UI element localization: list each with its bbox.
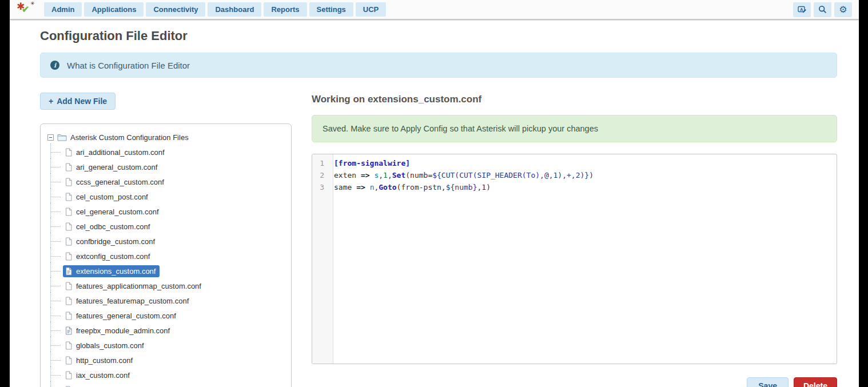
tree-item[interactable]: features_applicationmap_custom.conf	[63, 280, 205, 292]
save-success-text: Saved. Make sure to Apply Config so that…	[322, 124, 598, 133]
nav-tab-reports[interactable]: Reports	[264, 2, 306, 17]
tree-item[interactable]: ari_additional_custom.conf	[63, 146, 169, 158]
language-icon: A	[798, 6, 807, 14]
info-icon: i	[50, 61, 59, 70]
tree-item-label: iax_custom.conf	[76, 371, 130, 380]
tree-root-row: Asterisk Custom Configuration Files	[47, 131, 285, 143]
logo-spark-icon: ✳	[30, 1, 35, 6]
tree-row: cel_general_custom.conf	[50, 204, 285, 219]
tree-row: extensions_custom.conf	[50, 264, 285, 278]
tree-item[interactable]: freepbx_module_admin.conf	[63, 325, 174, 337]
file-icon	[65, 193, 73, 201]
file-icon	[65, 282, 73, 290]
svg-text:A: A	[800, 7, 803, 12]
tree-row: ari_additional_custom.conf	[50, 145, 285, 159]
freepbx-logo[interactable]: ✱ ✔ ✳	[17, 2, 37, 18]
tree-item[interactable]: iax_custom_post.conf	[63, 384, 152, 387]
file-text-icon	[65, 267, 73, 276]
file-icon	[65, 371, 73, 380]
info-banner-text: What is Configuration File Editor	[67, 61, 190, 70]
tree-item[interactable]: http_custom.conf	[63, 354, 137, 366]
code-line: 3same => n,Goto(from-pstn,${numb},1)	[312, 181, 837, 193]
tree-row: globals_custom.conf	[50, 338, 285, 353]
tree-item[interactable]: cel_odbc_custom.conf	[63, 221, 154, 233]
nav-tab-ucp[interactable]: UCP	[356, 2, 386, 17]
editor-column: Working on extensions_custom.conf Saved.…	[312, 93, 837, 387]
tree-item-label: confbridge_custom.conf	[76, 237, 155, 246]
tree-item-label: ari_general_custom.conf	[76, 163, 157, 171]
line-number: 1	[312, 157, 329, 169]
gear-icon: ⚙	[839, 4, 847, 15]
tree-item-label: freepbx_module_admin.conf	[76, 326, 170, 335]
tree-item[interactable]: confbridge_custom.conf	[63, 236, 159, 248]
nav-tab-applications[interactable]: Applications	[84, 2, 144, 17]
tree-item[interactable]: ccss_general_custom.conf	[63, 176, 168, 188]
code-line: 1[from-signalwire]	[312, 157, 837, 169]
tree-item-label: cel_odbc_custom.conf	[76, 222, 150, 231]
delete-button[interactable]: Delete	[794, 377, 837, 387]
tree-item[interactable]: features_featuremap_custom.conf	[63, 295, 193, 307]
tree-row: ccss_general_custom.conf	[50, 174, 285, 189]
collapse-expander-icon[interactable]	[47, 134, 54, 141]
tree-item[interactable]: iax_custom.conf	[63, 369, 134, 381]
file-text-icon	[65, 326, 73, 335]
add-new-file-label: Add New File	[57, 97, 107, 106]
file-icon	[65, 356, 73, 365]
tree-row: cel_odbc_custom.conf	[50, 219, 285, 234]
tree-item-label: globals_custom.conf	[76, 341, 144, 350]
tree-row: http_custom.conf	[50, 353, 285, 368]
tree-row: confbridge_custom.conf	[50, 234, 285, 249]
tree-item[interactable]: globals_custom.conf	[63, 340, 148, 352]
logo-leaf-icon: ✔	[22, 5, 29, 14]
tree-item-label: http_custom.conf	[76, 356, 133, 365]
folder-icon	[57, 133, 67, 141]
tree-row: freepbx_module_admin.conf	[50, 323, 285, 338]
page-content: Configuration File Editor i What is Conf…	[10, 19, 859, 387]
tree-item[interactable]: features_general_custom.conf	[63, 310, 180, 322]
tree-item-label: ccss_general_custom.conf	[76, 178, 164, 186]
editor-actions: Save Delete	[312, 377, 837, 387]
search-button[interactable]	[814, 2, 831, 17]
tree-root-label[interactable]: Asterisk Custom Configuration Files	[70, 133, 189, 142]
tree-row: features_general_custom.conf	[50, 308, 285, 323]
nav-icons: A ⚙	[793, 2, 852, 17]
code-text: [from-signalwire]	[329, 157, 410, 169]
language-button[interactable]: A	[793, 2, 811, 17]
save-success-alert: Saved. Make sure to Apply Config so that…	[312, 115, 837, 142]
file-tree-panel: Asterisk Custom Configuration Files ari_…	[40, 123, 292, 387]
nav-tab-settings[interactable]: Settings	[309, 2, 353, 17]
nav-tab-admin[interactable]: Admin	[44, 2, 82, 17]
tree-item-label: features_featuremap_custom.conf	[76, 297, 189, 305]
line-number: 2	[312, 169, 329, 181]
file-icon	[65, 222, 73, 231]
search-icon	[818, 5, 827, 14]
tree-row: features_featuremap_custom.conf	[50, 293, 285, 308]
tree-item-selected[interactable]: extensions_custom.conf	[63, 265, 160, 277]
tree-row: iax_custom_post.conf	[50, 382, 285, 387]
nav-tab-dashboard[interactable]: Dashboard	[208, 2, 261, 17]
file-icon	[65, 252, 73, 261]
tree-item[interactable]: cel_custom_post.conf	[63, 191, 152, 203]
tree-row: features_applicationmap_custom.conf	[50, 278, 285, 293]
add-new-file-button[interactable]: + Add New File	[40, 93, 116, 110]
tree-item-label: features_applicationmap_custom.conf	[76, 282, 201, 290]
tree-item-label: ari_additional_custom.conf	[76, 148, 165, 157]
main-window: ✱ ✔ ✳ AdminApplicationsConnectivityDashb…	[10, 0, 859, 387]
tree-item[interactable]: cel_general_custom.conf	[63, 206, 163, 218]
settings-button[interactable]: ⚙	[834, 2, 852, 17]
file-browser-column: + Add New File Asterisk Custom Configura…	[40, 93, 294, 387]
file-icon	[65, 208, 73, 216]
tree-row: extconfig_custom.conf	[50, 249, 285, 264]
save-button[interactable]: Save	[747, 377, 789, 387]
file-icon	[65, 178, 73, 186]
nav-tab-connectivity[interactable]: Connectivity	[146, 2, 205, 17]
info-banner[interactable]: i What is Configuration File Editor	[40, 53, 837, 78]
tree-item[interactable]: extconfig_custom.conf	[63, 250, 154, 262]
tree-item[interactable]: ari_general_custom.conf	[63, 161, 161, 173]
plus-icon: +	[49, 97, 53, 106]
file-icon	[65, 163, 73, 171]
tree-row: ari_general_custom.conf	[50, 159, 285, 174]
code-editor[interactable]: 1[from-signalwire]2exten => s,1,Set(numb…	[312, 154, 837, 364]
tree-item-label: extensions_custom.conf	[76, 267, 156, 276]
code-line: 2exten => s,1,Set(numb=${CUT(CUT(SIP_HEA…	[312, 169, 837, 181]
